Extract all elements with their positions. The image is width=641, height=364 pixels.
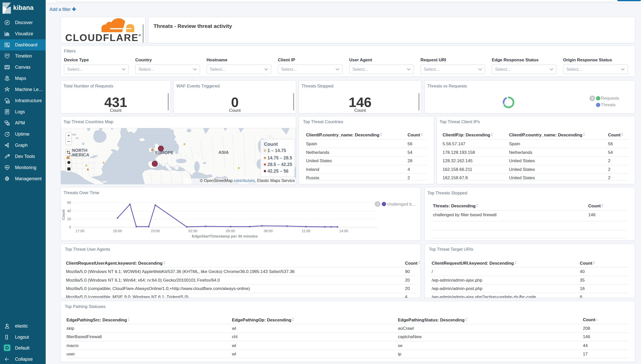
svg-text:NORTH: NORTH (72, 148, 87, 153)
svg-text:EUROPE: EUROPE (155, 150, 174, 155)
svg-text:AMERICA: AMERICA (69, 153, 89, 157)
svg-text:ASIA: ASIA (218, 150, 229, 155)
